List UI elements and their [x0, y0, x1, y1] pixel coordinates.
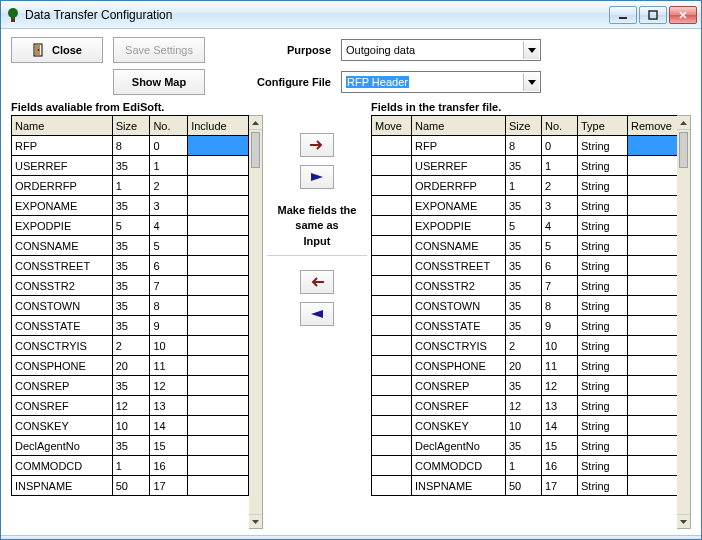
cell-move[interactable]	[372, 416, 412, 436]
table-row[interactable]: CONSCTRYIS210String	[372, 336, 678, 356]
move-right-all-button[interactable]	[300, 165, 334, 189]
table-row[interactable]: COMMODCD116	[12, 456, 249, 476]
table-row[interactable]: CONSREF1213String	[372, 396, 678, 416]
cell-include[interactable]	[188, 436, 249, 456]
cell-remove[interactable]	[628, 176, 678, 196]
cell-remove[interactable]	[628, 276, 678, 296]
cell-include[interactable]	[188, 296, 249, 316]
cell-move[interactable]	[372, 436, 412, 456]
table-row[interactable]: USERREF351	[12, 156, 249, 176]
cell-include[interactable]	[188, 336, 249, 356]
right-table[interactable]: Move Name Size No. Type Remove RFP80Stri…	[371, 115, 677, 529]
cell-remove[interactable]	[628, 156, 678, 176]
table-row[interactable]: EXPONAME353	[12, 196, 249, 216]
cell-remove[interactable]	[628, 436, 678, 456]
cell-remove[interactable]	[628, 216, 678, 236]
table-row[interactable]: CONSSTREET356String	[372, 256, 678, 276]
cell-include[interactable]	[188, 156, 249, 176]
cell-remove[interactable]	[628, 476, 678, 496]
cell-move[interactable]	[372, 396, 412, 416]
cell-include[interactable]	[188, 376, 249, 396]
cell-move[interactable]	[372, 456, 412, 476]
scroll-down-icon[interactable]	[249, 514, 262, 528]
table-row[interactable]: CONSPHONE2011String	[372, 356, 678, 376]
save-settings-button[interactable]: Save Settings	[113, 37, 205, 63]
cell-include[interactable]	[188, 316, 249, 336]
cell-remove[interactable]	[628, 136, 678, 156]
right-scrollbar[interactable]	[677, 115, 691, 529]
table-row[interactable]: RFP80	[12, 136, 249, 156]
configure-file-select[interactable]: RFP Header	[341, 71, 541, 93]
col-remove[interactable]: Remove	[628, 116, 678, 136]
cell-remove[interactable]	[628, 396, 678, 416]
move-left-all-button[interactable]	[300, 302, 334, 326]
table-row[interactable]: INSPNAME5017	[12, 476, 249, 496]
table-row[interactable]: ORDERRFP12	[12, 176, 249, 196]
table-row[interactable]: EXPODPIE54	[12, 216, 249, 236]
scroll-thumb[interactable]	[251, 132, 260, 168]
table-row[interactable]: CONSNAME355String	[372, 236, 678, 256]
cell-remove[interactable]	[628, 296, 678, 316]
table-row[interactable]: INSPNAME5017String	[372, 476, 678, 496]
table-row[interactable]: ORDERRFP12String	[372, 176, 678, 196]
table-row[interactable]: CONSNAME355	[12, 236, 249, 256]
col-size[interactable]: Size	[506, 116, 542, 136]
table-row[interactable]: DeclAgentNo3515	[12, 436, 249, 456]
cell-include[interactable]	[188, 356, 249, 376]
left-scrollbar[interactable]	[249, 115, 263, 529]
table-row[interactable]: CONSCTRYIS210	[12, 336, 249, 356]
maximize-button[interactable]	[639, 6, 667, 24]
cell-remove[interactable]	[628, 196, 678, 216]
cell-include[interactable]	[188, 236, 249, 256]
cell-remove[interactable]	[628, 356, 678, 376]
col-type[interactable]: Type	[578, 116, 628, 136]
col-name[interactable]: Name	[412, 116, 506, 136]
table-row[interactable]: RFP80String	[372, 136, 678, 156]
table-row[interactable]: CONSSTREET356	[12, 256, 249, 276]
col-no[interactable]: No.	[542, 116, 578, 136]
table-row[interactable]: CONSKEY1014String	[372, 416, 678, 436]
cell-include[interactable]	[188, 196, 249, 216]
cell-include[interactable]	[188, 456, 249, 476]
cell-include[interactable]	[188, 256, 249, 276]
table-row[interactable]: CONSSTR2357String	[372, 276, 678, 296]
cell-include[interactable]	[188, 416, 249, 436]
cell-move[interactable]	[372, 256, 412, 276]
cell-move[interactable]	[372, 216, 412, 236]
purpose-select[interactable]: Outgoing data	[341, 39, 541, 61]
scroll-up-icon[interactable]	[249, 116, 262, 130]
table-row[interactable]: USERREF351String	[372, 156, 678, 176]
cell-remove[interactable]	[628, 256, 678, 276]
cell-move[interactable]	[372, 296, 412, 316]
cell-remove[interactable]	[628, 316, 678, 336]
cell-remove[interactable]	[628, 336, 678, 356]
scroll-up-icon[interactable]	[677, 116, 690, 130]
cell-move[interactable]	[372, 236, 412, 256]
col-include[interactable]: Include	[188, 116, 249, 136]
cell-include[interactable]	[188, 476, 249, 496]
cell-include[interactable]	[188, 136, 249, 156]
close-window-button[interactable]	[669, 6, 697, 24]
cell-move[interactable]	[372, 156, 412, 176]
table-row[interactable]: DeclAgentNo3515String	[372, 436, 678, 456]
cell-remove[interactable]	[628, 416, 678, 436]
col-no[interactable]: No.	[150, 116, 188, 136]
move-left-one-button[interactable]	[300, 270, 334, 294]
scroll-thumb[interactable]	[679, 132, 688, 168]
cell-remove[interactable]	[628, 236, 678, 256]
left-table[interactable]: Name Size No. Include RFP80USERREF351ORD…	[11, 115, 249, 529]
cell-move[interactable]	[372, 336, 412, 356]
cell-include[interactable]	[188, 396, 249, 416]
table-row[interactable]: COMMODCD116String	[372, 456, 678, 476]
cell-include[interactable]	[188, 276, 249, 296]
close-button[interactable]: Close	[11, 37, 103, 63]
cell-include[interactable]	[188, 176, 249, 196]
col-size[interactable]: Size	[112, 116, 150, 136]
table-row[interactable]: CONSPHONE2011	[12, 356, 249, 376]
table-row[interactable]: CONSSTATE359String	[372, 316, 678, 336]
table-row[interactable]: CONSREF1213	[12, 396, 249, 416]
col-move[interactable]: Move	[372, 116, 412, 136]
table-row[interactable]: CONSTOWN358String	[372, 296, 678, 316]
table-row[interactable]: CONSREP3512String	[372, 376, 678, 396]
move-right-one-button[interactable]	[300, 133, 334, 157]
